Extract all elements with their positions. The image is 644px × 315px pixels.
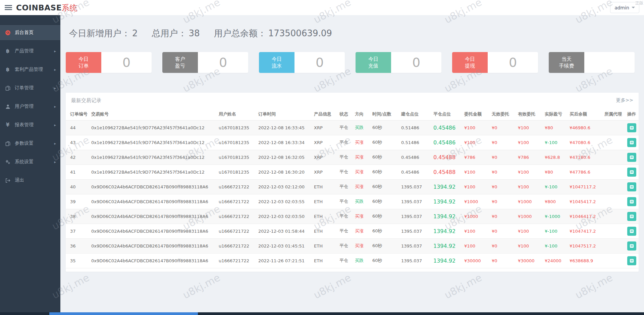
order-detail-button[interactable] — [627, 197, 636, 206]
table-cell: 1394.92 — [431, 224, 462, 238]
table-cell: u1670181235 — [217, 150, 256, 165]
table-cell: 买涨 — [353, 224, 370, 238]
table-cell: ¥100 — [462, 135, 490, 150]
table-cell: 平仓 — [337, 209, 353, 224]
table-cell — [602, 135, 625, 150]
trades-table: 订单编号交易账号用户姓名订单时间产品信息状态方向时间/点数建仓点位平仓点位委托金… — [66, 108, 639, 268]
stat-card-4: 今日提现0 — [452, 52, 538, 73]
table-cell: ¥100 — [462, 179, 490, 194]
table-row: 390x9D06C02A4b6ACFDBCD826147B090ff898831… — [66, 194, 639, 209]
table-cell: 平仓 — [337, 165, 353, 179]
stat-card-value: 0 — [391, 52, 441, 73]
table-cell: 0x1e1096272BAe541fc9D776A23f457f3641a0Dc… — [89, 135, 217, 150]
table-cell: 60秒 — [370, 209, 399, 224]
table-cell: 买涨 — [353, 150, 370, 165]
table-cell: 60秒 — [370, 165, 399, 179]
sidebar-item-bitcoin-1[interactable]: ฿产品管理▸ — [0, 44, 60, 58]
bottom-scrollbar[interactable] — [0, 312, 644, 315]
table-cell: ¥1047517.2 — [568, 238, 602, 253]
table-row: 440x1e1096272BAe541fc9D776A23f457f3641a0… — [66, 120, 639, 135]
stat-card-label: 今日订单 — [66, 52, 101, 73]
column-header: 操作 — [625, 108, 639, 120]
table-cell: 37 — [66, 224, 89, 238]
table-cell: 买涨 — [353, 165, 370, 179]
sidebar-item-files-3[interactable]: 订单管理▸ — [0, 81, 60, 95]
column-header: 时间/点数 — [370, 108, 399, 120]
order-detail-button[interactable] — [627, 212, 636, 221]
table-cell: 0.51486 — [399, 135, 431, 150]
table-cell-action — [625, 150, 639, 165]
sidebar-item-gears-7[interactable]: 系统设置▸ — [0, 154, 60, 169]
order-detail-button[interactable] — [627, 241, 636, 251]
order-detail-button[interactable] — [627, 227, 636, 236]
table-cell: 平仓 — [337, 150, 353, 165]
brand-primary: COINBASE — [16, 3, 62, 12]
stat-card-label: 客户盈亏 — [162, 52, 198, 73]
table-cell: 0x1e1096272BAe541fc9D776A23f457f3641a0Dc… — [89, 165, 217, 179]
table-row: 400x9D06C02A4b6ACFDBCD826147B090ff898831… — [66, 179, 639, 194]
files-icon — [4, 141, 11, 146]
order-detail-button[interactable] — [627, 168, 636, 177]
corner-watermark: 正版 — [635, 0, 643, 6]
scrollbar-thumb[interactable] — [49, 312, 198, 315]
table-cell: 1395.037 — [399, 179, 431, 194]
table-cell: 2022-12-08 16:33:34 — [256, 135, 312, 150]
list-icon — [629, 125, 634, 130]
table-cell: XRP — [312, 120, 337, 135]
order-detail-button[interactable] — [627, 256, 636, 265]
stat-card-value — [584, 52, 635, 73]
list-icon — [629, 184, 634, 189]
table-cell: 0x9D06C02A4b6ACFDBCD826147B090ff89883118… — [89, 179, 217, 194]
admin-dropdown[interactable]: admin — [610, 2, 639, 13]
table-cell: 买涨 — [353, 238, 370, 253]
table-cell: 平仓 — [337, 253, 353, 268]
hamburger-menu-icon[interactable] — [5, 5, 12, 10]
table-cell-action — [625, 253, 639, 268]
table-cell: 平仓 — [337, 238, 353, 253]
order-detail-button[interactable] — [627, 123, 636, 132]
more-link[interactable]: 更多>> — [616, 97, 633, 103]
table-cell: ¥100 — [462, 224, 490, 238]
table-cell: 买跌 — [353, 194, 370, 209]
table-cell: ¥46980.6 — [568, 120, 602, 135]
table-cell: ¥100 — [516, 224, 543, 238]
sidebar-item-dashboard-0[interactable]: 后台首页 — [0, 25, 60, 40]
column-header: 状态 — [337, 108, 353, 120]
table-cell: u1666721722 — [217, 238, 256, 253]
table-cell: ¥100 — [462, 238, 490, 253]
stat-cards: 今日订单0客户盈亏0今日流水0今日充值0今日提现0当天手续费 — [66, 52, 635, 73]
table-cell: 买跌 — [353, 253, 370, 268]
sidebar-item-user-4[interactable]: 用户管理▸ — [0, 99, 60, 114]
table-cell: ¥47786.6 — [568, 165, 602, 179]
table-cell — [602, 165, 625, 179]
table-cell: 35 — [66, 253, 89, 268]
overview-stat-0: 今日新增用户：2 — [69, 28, 138, 38]
table-cell: u1666721722 — [217, 209, 256, 224]
table-cell: u1670181235 — [217, 135, 256, 150]
table-cell: ¥1000 — [516, 209, 543, 224]
table-cell: ¥47180.6 — [568, 150, 602, 165]
stat-value: 2 — [132, 28, 138, 38]
table-cell: 60秒 — [370, 150, 399, 165]
table-cell: ¥628.8 — [543, 150, 568, 165]
gears-icon — [4, 159, 11, 165]
table-cell: 1395.037 — [399, 238, 431, 253]
order-detail-button[interactable] — [627, 138, 636, 147]
sidebar-item-yen-5[interactable]: ¥报表管理▸ — [0, 118, 60, 132]
list-icon — [629, 243, 634, 249]
watermark-text: u8kj.me — [442, 272, 484, 301]
order-detail-button[interactable] — [627, 182, 636, 191]
order-detail-button[interactable] — [627, 153, 636, 162]
sidebar-item-label: 参数设置 — [15, 140, 34, 146]
column-header: 所属代理 — [602, 108, 625, 120]
table-cell — [602, 194, 625, 209]
sidebar-item-bitcoin-2[interactable]: ฿套利产品管理▸ — [0, 62, 60, 77]
column-header: 用户姓名 — [217, 108, 256, 120]
table-cell: ¥100 — [462, 120, 490, 135]
sidebar-item-files-6[interactable]: 参数设置▸ — [0, 136, 60, 151]
table-cell: XRP — [312, 150, 337, 165]
sidebar-item-logout-8[interactable]: 退出 — [0, 173, 60, 188]
list-icon — [629, 214, 634, 219]
stat-card-label: 今日充值 — [356, 52, 391, 73]
table-cell: 0x9D06C02A4b6ACFDBCD826147B090ff89883118… — [89, 238, 217, 253]
